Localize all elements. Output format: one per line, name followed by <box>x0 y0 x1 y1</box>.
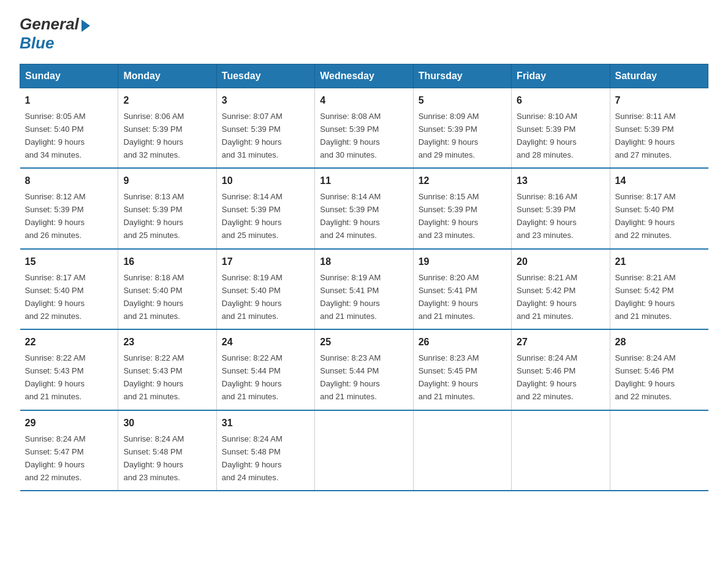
day-number: 5 <box>419 93 506 109</box>
calendar-cell: 30 Sunrise: 8:24 AMSunset: 5:48 PMDaylig… <box>118 410 216 491</box>
calendar-cell: 22 Sunrise: 8:22 AMSunset: 5:43 PMDaylig… <box>20 329 118 410</box>
day-info: Sunrise: 8:24 AMSunset: 5:46 PMDaylight:… <box>517 353 577 401</box>
day-info: Sunrise: 8:22 AMSunset: 5:43 PMDaylight:… <box>25 353 86 401</box>
calendar-cell: 21 Sunrise: 8:21 AMSunset: 5:42 PMDaylig… <box>610 249 708 329</box>
day-number: 25 <box>320 335 408 350</box>
day-info: Sunrise: 8:13 AMSunset: 5:39 PMDaylight:… <box>123 192 184 240</box>
calendar-cell <box>413 410 511 491</box>
day-number: 15 <box>25 255 113 270</box>
calendar-cell: 16 Sunrise: 8:18 AMSunset: 5:40 PMDaylig… <box>118 249 216 329</box>
calendar-cell: 1 Sunrise: 8:05 AMSunset: 5:40 PMDayligh… <box>20 88 118 169</box>
day-info: Sunrise: 8:14 AMSunset: 5:39 PMDaylight:… <box>320 192 381 240</box>
day-info: Sunrise: 8:24 AMSunset: 5:48 PMDaylight:… <box>222 434 282 482</box>
day-number: 17 <box>222 255 309 270</box>
calendar-cell: 3 Sunrise: 8:07 AMSunset: 5:39 PMDayligh… <box>216 88 314 169</box>
week-row-4: 22 Sunrise: 8:22 AMSunset: 5:43 PMDaylig… <box>20 329 708 410</box>
calendar-cell: 6 Sunrise: 8:10 AMSunset: 5:39 PMDayligh… <box>512 88 610 169</box>
day-number: 30 <box>123 416 211 431</box>
day-number: 9 <box>123 174 211 189</box>
day-info: Sunrise: 8:22 AMSunset: 5:43 PMDaylight:… <box>123 353 184 401</box>
day-info: Sunrise: 8:19 AMSunset: 5:40 PMDaylight:… <box>222 273 282 321</box>
day-info: Sunrise: 8:24 AMSunset: 5:47 PMDaylight:… <box>25 434 86 482</box>
week-row-5: 29 Sunrise: 8:24 AMSunset: 5:47 PMDaylig… <box>20 410 708 491</box>
day-info: Sunrise: 8:16 AMSunset: 5:39 PMDaylight:… <box>517 192 577 240</box>
day-number: 16 <box>123 255 211 270</box>
day-number: 7 <box>615 93 703 109</box>
calendar-cell: 11 Sunrise: 8:14 AMSunset: 5:39 PMDaylig… <box>315 168 413 248</box>
day-info: Sunrise: 8:24 AMSunset: 5:46 PMDaylight:… <box>615 353 676 401</box>
logo-general-text: General <box>20 15 79 34</box>
week-row-2: 8 Sunrise: 8:12 AMSunset: 5:39 PMDayligh… <box>20 168 708 248</box>
calendar-cell: 29 Sunrise: 8:24 AMSunset: 5:47 PMDaylig… <box>20 410 118 491</box>
day-info: Sunrise: 8:19 AMSunset: 5:41 PMDaylight:… <box>320 273 381 321</box>
day-number: 6 <box>517 93 604 109</box>
day-number: 27 <box>517 335 604 350</box>
calendar-cell: 12 Sunrise: 8:15 AMSunset: 5:39 PMDaylig… <box>413 168 511 248</box>
header-day-sunday: Sunday <box>20 64 118 88</box>
header-row: SundayMondayTuesdayWednesdayThursdayFrid… <box>20 64 708 88</box>
day-info: Sunrise: 8:10 AMSunset: 5:39 PMDaylight:… <box>517 112 577 159</box>
calendar-cell: 10 Sunrise: 8:14 AMSunset: 5:39 PMDaylig… <box>216 168 314 248</box>
calendar-cell: 5 Sunrise: 8:09 AMSunset: 5:39 PMDayligh… <box>413 88 511 169</box>
day-number: 4 <box>320 93 408 109</box>
day-number: 22 <box>25 335 113 350</box>
day-number: 10 <box>222 174 309 189</box>
calendar-cell: 27 Sunrise: 8:24 AMSunset: 5:46 PMDaylig… <box>512 329 610 410</box>
calendar-cell: 4 Sunrise: 8:08 AMSunset: 5:39 PMDayligh… <box>315 88 413 169</box>
calendar-cell: 9 Sunrise: 8:13 AMSunset: 5:39 PMDayligh… <box>118 168 216 248</box>
day-number: 23 <box>123 335 211 350</box>
day-number: 31 <box>222 416 309 431</box>
header-day-saturday: Saturday <box>610 64 708 88</box>
day-number: 24 <box>222 335 309 350</box>
day-info: Sunrise: 8:07 AMSunset: 5:39 PMDaylight:… <box>222 112 282 159</box>
calendar-cell: 7 Sunrise: 8:11 AMSunset: 5:39 PMDayligh… <box>610 88 708 169</box>
calendar-cell <box>512 410 610 491</box>
day-info: Sunrise: 8:18 AMSunset: 5:40 PMDaylight:… <box>123 273 184 321</box>
day-number: 20 <box>517 255 604 270</box>
day-info: Sunrise: 8:12 AMSunset: 5:39 PMDaylight:… <box>25 192 86 240</box>
logo-blue-text: Blue <box>20 34 54 53</box>
day-number: 18 <box>320 255 408 270</box>
header-day-tuesday: Tuesday <box>216 64 314 88</box>
day-number: 14 <box>615 174 703 189</box>
calendar-cell: 13 Sunrise: 8:16 AMSunset: 5:39 PMDaylig… <box>512 168 610 248</box>
day-number: 3 <box>222 93 309 109</box>
logo-arrow-icon <box>82 20 90 32</box>
calendar-cell: 20 Sunrise: 8:21 AMSunset: 5:42 PMDaylig… <box>512 249 610 329</box>
day-number: 11 <box>320 174 408 189</box>
calendar-cell <box>315 410 413 491</box>
day-info: Sunrise: 8:08 AMSunset: 5:39 PMDaylight:… <box>320 112 381 159</box>
day-number: 8 <box>25 174 113 189</box>
calendar-cell: 14 Sunrise: 8:17 AMSunset: 5:40 PMDaylig… <box>610 168 708 248</box>
calendar-cell: 19 Sunrise: 8:20 AMSunset: 5:41 PMDaylig… <box>413 249 511 329</box>
calendar-cell: 17 Sunrise: 8:19 AMSunset: 5:40 PMDaylig… <box>216 249 314 329</box>
day-info: Sunrise: 8:21 AMSunset: 5:42 PMDaylight:… <box>615 273 676 321</box>
day-info: Sunrise: 8:23 AMSunset: 5:45 PMDaylight:… <box>419 353 479 401</box>
calendar-cell: 24 Sunrise: 8:22 AMSunset: 5:44 PMDaylig… <box>216 329 314 410</box>
day-info: Sunrise: 8:24 AMSunset: 5:48 PMDaylight:… <box>123 434 184 482</box>
day-number: 29 <box>25 416 113 431</box>
week-row-1: 1 Sunrise: 8:05 AMSunset: 5:40 PMDayligh… <box>20 88 708 169</box>
calendar-table: SundayMondayTuesdayWednesdayThursdayFrid… <box>20 64 708 491</box>
header-day-wednesday: Wednesday <box>315 64 413 88</box>
header-day-friday: Friday <box>512 64 610 88</box>
day-number: 26 <box>419 335 506 350</box>
day-info: Sunrise: 8:17 AMSunset: 5:40 PMDaylight:… <box>615 192 676 240</box>
logo: General Blue <box>20 15 90 53</box>
day-number: 12 <box>419 174 506 189</box>
day-info: Sunrise: 8:09 AMSunset: 5:39 PMDaylight:… <box>419 112 479 159</box>
calendar-cell: 15 Sunrise: 8:17 AMSunset: 5:40 PMDaylig… <box>20 249 118 329</box>
calendar-cell: 26 Sunrise: 8:23 AMSunset: 5:45 PMDaylig… <box>413 329 511 410</box>
day-number: 13 <box>517 174 604 189</box>
page-header: General Blue <box>20 15 708 53</box>
calendar-cell: 25 Sunrise: 8:23 AMSunset: 5:44 PMDaylig… <box>315 329 413 410</box>
day-info: Sunrise: 8:06 AMSunset: 5:39 PMDaylight:… <box>123 112 184 159</box>
day-number: 19 <box>419 255 506 270</box>
day-info: Sunrise: 8:17 AMSunset: 5:40 PMDaylight:… <box>25 273 86 321</box>
day-info: Sunrise: 8:11 AMSunset: 5:39 PMDaylight:… <box>615 112 676 159</box>
day-number: 1 <box>25 93 113 109</box>
calendar-cell: 28 Sunrise: 8:24 AMSunset: 5:46 PMDaylig… <box>610 329 708 410</box>
day-info: Sunrise: 8:14 AMSunset: 5:39 PMDaylight:… <box>222 192 282 240</box>
day-number: 2 <box>123 93 211 109</box>
day-number: 28 <box>615 335 703 350</box>
